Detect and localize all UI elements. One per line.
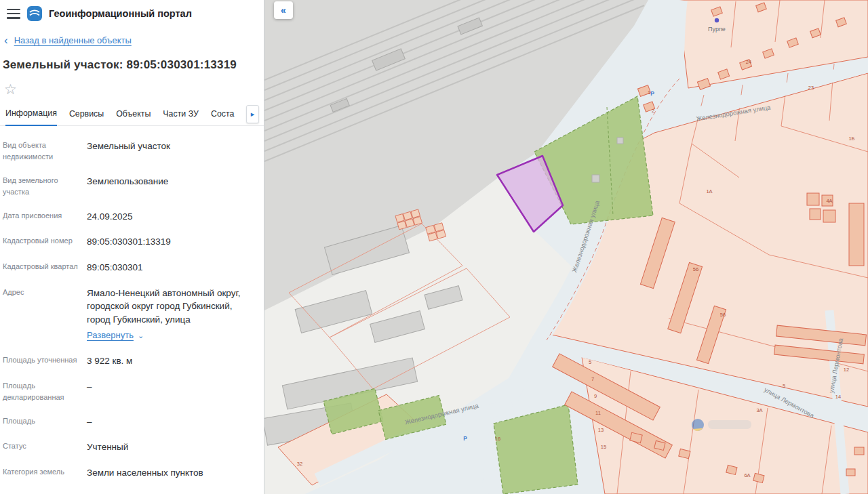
parcel-number-label: 13 [598, 427, 604, 433]
geo-portal-app: Геоинформационный портал ‹ Назад в найде… [0, 0, 868, 494]
field-value: – [87, 415, 257, 429]
parcel-number-label: 9 [594, 393, 597, 399]
parcel-number-label: 23 [808, 85, 814, 91]
field-row: Площадь уточненная 3 922 кв. м [0, 348, 264, 374]
parcel-number-label: 7 [591, 376, 594, 382]
field-value: Землепользование [87, 175, 257, 198]
parcel-number-label: 32 [297, 461, 302, 467]
parcel-number-label: 4А [826, 198, 832, 204]
parcel-number-label: 6А [744, 472, 750, 478]
field-value: 89:05:030301:13319 [87, 235, 257, 249]
field-row: Вид земельного участка Землепользование [0, 169, 264, 204]
small-building [617, 138, 623, 144]
field-value: Земельный участок [87, 140, 257, 163]
parcel-number-label: 14 [835, 394, 841, 400]
tab-information[interactable]: Информация [5, 108, 57, 126]
app-logo [27, 6, 42, 21]
field-label: Категория земель [3, 466, 87, 480]
field-row: Вид разрешенного использования Предостав… [0, 485, 264, 494]
map-canvas[interactable]: Пурпе Железнодорожная улица Железнодорож… [264, 0, 868, 494]
field-label: Дата присвоения [3, 210, 87, 224]
field-value: Ямало-Ненецкий автономный округ, городск… [87, 287, 257, 343]
address-text: Ямало-Ненецкий автономный округ, городск… [87, 288, 240, 325]
field-value: 3 922 кв. м [87, 354, 257, 368]
parcel-number-label: 2 [652, 108, 654, 114]
parking-label: Р [650, 90, 654, 97]
field-value: Земли населенных пунктов [87, 466, 257, 480]
menu-icon[interactable] [7, 9, 20, 19]
field-label: Статус [3, 440, 87, 454]
small-building [592, 175, 599, 182]
parcel-number-label: 12 [844, 367, 849, 373]
parcel-number-label: 56 [720, 312, 726, 318]
field-value: Учтенный [87, 440, 257, 454]
page-title: Земельный участок: 89:05:030301:13319 [3, 58, 264, 72]
parcel-number-label: 1Б [848, 136, 854, 142]
field-row: Кадастровый номер 89:05:030301:13319 [0, 229, 264, 255]
field-row: Кадастровый квартал 89:05:030301 [0, 255, 264, 281]
field-value: 24.09.2025 [87, 210, 257, 224]
parcel-number-label: 16 [495, 436, 500, 442]
parcel-number-label: 1А [706, 188, 712, 194]
object-info-panel: Геоинформационный портал ‹ Назад в найде… [0, 0, 264, 494]
field-label: Вид земельного участка [3, 175, 87, 198]
field-label: Кадастровый квартал [3, 261, 87, 274]
field-value: 89:05:030301 [87, 261, 257, 274]
settlement-label: Пурпе [708, 26, 726, 33]
field-label: Кадастровый номер [3, 235, 87, 249]
field-row: Вид объекта недвижимости Земельный участ… [0, 133, 264, 169]
field-row: Площадь декларированная – [0, 374, 264, 409]
parcel-number-label: 5 [589, 359, 591, 365]
field-label: Площадь уточненная [3, 354, 87, 368]
field-label: Площадь декларированная [3, 380, 87, 403]
field-row-address: Адрес Ямало-Ненецкий автономный округ, г… [0, 281, 264, 349]
field-row: Статус Учтенный [0, 434, 264, 460]
tab-objects[interactable]: Объекты [116, 109, 151, 125]
field-row: Площадь – [0, 409, 264, 435]
back-link[interactable]: ‹ Назад в найденные объекты [4, 35, 132, 45]
field-label: Вид объекта недвижимости [3, 140, 87, 163]
parking-label: Р [463, 435, 467, 442]
parcel-number-label: 3А [756, 407, 762, 413]
attribute-list: Вид объекта недвижимости Земельный участ… [0, 133, 264, 494]
top-bar: Геоинформационный портал [0, 0, 264, 21]
settlement-dot [715, 18, 719, 22]
tab-parcel-parts[interactable]: Части ЗУ [163, 109, 199, 125]
favorite-star-icon[interactable]: ☆ [4, 82, 17, 96]
field-value: – [87, 380, 257, 403]
parcel-number-label: 56 [693, 266, 698, 272]
chevron-right-icon: ▸ [251, 110, 255, 119]
field-row: Категория земель Земли населенных пункто… [0, 460, 264, 486]
field-value: Предоставление коммунальных услуг (3.1.1… [87, 491, 257, 494]
address-expand-link[interactable]: Развернуть ⌄ [87, 329, 144, 342]
tab-bar: Информация Сервисы Объекты Части ЗУ Сост… [0, 108, 264, 126]
field-row: Дата присвоения 24.09.2025 [0, 204, 264, 230]
field-label: Вид разрешенного использования [3, 491, 87, 494]
parcel-number-label: 24 [746, 59, 751, 65]
chevron-left-icon: ‹ [4, 36, 8, 45]
field-label: Площадь [3, 415, 87, 429]
tab-composition[interactable]: Соста [211, 109, 234, 125]
collapse-panel-button[interactable]: « [274, 1, 293, 19]
tab-scroll-right-button[interactable]: ▸ [246, 105, 259, 123]
parcel-number-label: 1 [648, 89, 650, 96]
parcel-number-label: 15 [601, 444, 606, 450]
tab-services[interactable]: Сервисы [69, 109, 104, 125]
parcel-number-label: 11 [595, 410, 601, 416]
app-title: Геоинформационный портал [49, 8, 192, 19]
chevron-down-icon: ⌄ [138, 332, 144, 339]
parcel-number-label: 5 [783, 383, 785, 389]
field-label: Адрес [3, 287, 87, 343]
